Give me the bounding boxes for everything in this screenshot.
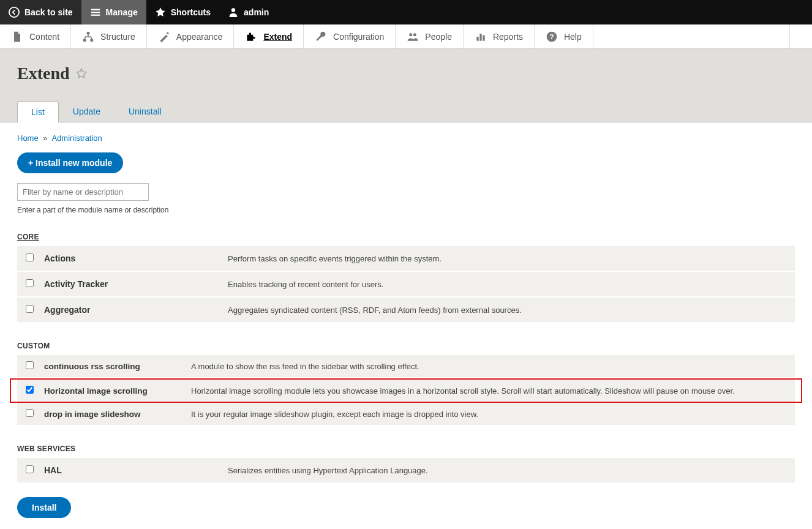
admin-menu-appearance[interactable]: Appearance <box>147 24 235 48</box>
hamburger-icon <box>90 7 101 18</box>
admin-menu-structure[interactable]: Structure <box>71 24 147 48</box>
toolbar: Back to site Manage Shortcuts admin <box>0 0 812 24</box>
shortcuts-label: Shortcuts <box>171 7 211 17</box>
admin-menu-reports[interactable]: Reports <box>464 24 535 48</box>
back-to-site-button[interactable]: Back to site <box>0 0 81 24</box>
module-checkbox-activity-tracker[interactable] <box>26 279 34 287</box>
section-custom: continuous rss scrolling A module to sho… <box>17 355 795 426</box>
module-name[interactable]: Activity Tracker <box>44 279 228 289</box>
svg-rect-2 <box>91 12 99 13</box>
breadcrumb: Home » Administration <box>17 133 795 143</box>
svg-point-10 <box>413 33 416 36</box>
module-name[interactable]: continuous rss scrolling <box>44 362 191 371</box>
help-icon: ? <box>546 31 558 43</box>
svg-point-5 <box>87 31 90 34</box>
document-icon <box>11 31 23 43</box>
install-new-module-button[interactable]: + Install new module <box>17 152 123 173</box>
section-web-services-title[interactable]: WEB SERVICES <box>17 445 795 453</box>
svg-rect-12 <box>479 34 481 41</box>
module-checkbox-horizontal-image-scrolling[interactable] <box>26 386 34 394</box>
admin-menu-label: Content <box>29 32 59 42</box>
admin-menu-people[interactable]: People <box>396 24 464 48</box>
module-row: Activity Tracker Enables tracking of rec… <box>17 272 795 298</box>
module-name[interactable]: HAL <box>44 465 228 475</box>
star-outline-icon[interactable] <box>76 64 87 83</box>
tab-label: Update <box>73 107 100 116</box>
admin-menu-edge[interactable] <box>789 24 812 48</box>
module-row: Horizontal image scrolling Horizontal im… <box>17 380 795 402</box>
module-desc: Aggregates syndicated content (RSS, RDF,… <box>228 306 786 315</box>
admin-menu-label: People <box>425 32 452 42</box>
module-desc: Enables tracking of recent content for u… <box>228 280 786 289</box>
admin-menu: Content Structure Appearance Extend Conf… <box>0 24 812 49</box>
module-name[interactable]: Horizontal image scrolling <box>44 386 191 396</box>
module-checkbox-hal[interactable] <box>26 465 34 473</box>
admin-menu-content[interactable]: Content <box>0 24 71 48</box>
breadcrumb-home[interactable]: Home <box>17 133 39 143</box>
content-region: Home » Administration + Install new modu… <box>0 122 812 529</box>
page-title: Extend <box>17 64 795 83</box>
svg-point-7 <box>90 39 93 42</box>
tab-label: List <box>31 107 45 117</box>
shortcuts-button[interactable]: Shortcuts <box>146 0 219 24</box>
user-icon <box>228 7 239 18</box>
module-checkbox-actions[interactable] <box>26 253 34 261</box>
admin-menu-label: Help <box>564 32 582 42</box>
module-checkbox-aggregator[interactable] <box>26 305 34 313</box>
svg-point-8 <box>167 32 168 34</box>
module-name[interactable]: drop in image slideshow <box>44 410 191 419</box>
back-to-site-label: Back to site <box>24 7 73 17</box>
sitemap-icon <box>82 31 94 43</box>
svg-rect-1 <box>91 9 99 10</box>
admin-menu-label: Appearance <box>176 32 223 42</box>
module-desc: A module to show the rss feed in the sid… <box>191 362 786 371</box>
tab-list[interactable]: List <box>17 101 59 122</box>
page-title-text: Extend <box>17 64 70 83</box>
module-row: continuous rss scrolling A module to sho… <box>17 355 795 378</box>
breadcrumb-sep: » <box>43 133 47 143</box>
people-icon <box>407 31 419 43</box>
module-desc: Serializes entities using Hypertext Appl… <box>228 466 786 475</box>
svg-point-9 <box>410 33 413 36</box>
admin-menu-label: Structure <box>100 32 135 42</box>
section-core-title[interactable]: CORE <box>17 233 795 241</box>
svg-point-4 <box>231 8 235 12</box>
filter-help-text: Enter a part of the module name or descr… <box>17 206 795 214</box>
manage-button[interactable]: Manage <box>81 0 146 24</box>
module-row: HAL Serializes entities using Hypertext … <box>17 458 795 484</box>
tab-label: Uninstall <box>129 107 162 116</box>
section-custom-title[interactable]: CUSTOM <box>17 342 795 350</box>
wrench-icon <box>315 31 327 43</box>
breadcrumb-administration[interactable]: Administration <box>51 133 102 143</box>
module-checkbox-continuous-rss[interactable] <box>26 361 34 369</box>
admin-menu-label: Configuration <box>333 32 384 42</box>
star-icon <box>155 7 166 18</box>
module-checkbox-drop-in-slideshow[interactable] <box>26 409 34 417</box>
filter-input[interactable] <box>17 183 149 201</box>
primary-tabs: List Update Uninstall <box>17 100 795 122</box>
svg-text:?: ? <box>549 32 554 40</box>
tab-update[interactable]: Update <box>59 100 115 122</box>
admin-menu-extend[interactable]: Extend <box>234 24 304 48</box>
svg-rect-13 <box>483 35 484 40</box>
admin-menu-label: Reports <box>493 32 523 42</box>
bar-chart-icon <box>475 31 487 43</box>
module-desc: Perform tasks on specific events trigger… <box>228 254 786 263</box>
install-button[interactable]: Install <box>17 497 71 518</box>
module-name[interactable]: Aggregator <box>44 305 228 315</box>
tab-uninstall[interactable]: Uninstall <box>115 100 176 122</box>
magic-wand-icon <box>158 31 170 43</box>
user-menu-button[interactable]: admin <box>219 0 277 24</box>
highlighted-row-wrapper: Horizontal image scrolling Horizontal im… <box>10 378 802 403</box>
filter-block: Enter a part of the module name or descr… <box>17 183 795 214</box>
chevron-left-circle-icon <box>9 7 20 18</box>
heading-region: Extend List Update Uninstall <box>0 49 812 122</box>
admin-menu-configuration[interactable]: Configuration <box>304 24 396 48</box>
module-name[interactable]: Actions <box>44 253 228 263</box>
svg-point-6 <box>83 39 86 42</box>
admin-menu-label: Extend <box>263 32 292 42</box>
manage-label: Manage <box>106 7 138 17</box>
section-core: Actions Perform tasks on specific events… <box>17 246 795 323</box>
admin-menu-help[interactable]: ? Help <box>535 24 593 48</box>
module-desc: It is your regular image slideshow plugi… <box>191 410 786 419</box>
